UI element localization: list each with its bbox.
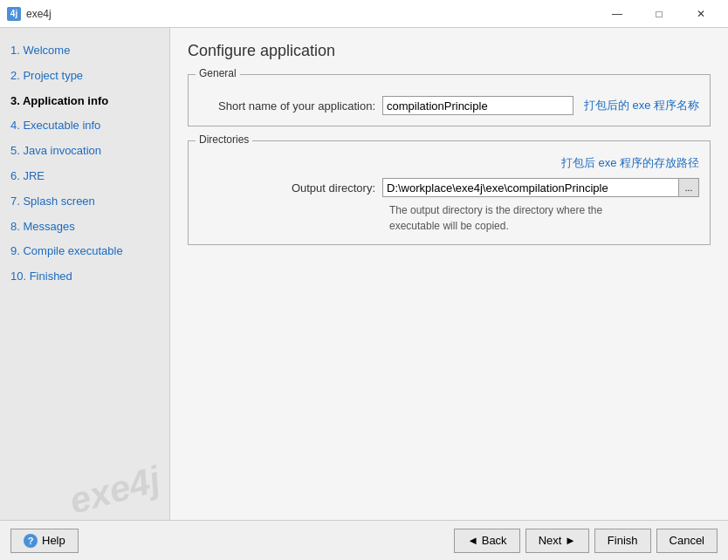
sidebar-watermark: exe4j [65, 458, 164, 520]
finish-button[interactable]: Finish [594, 529, 651, 553]
help-icon: ? [24, 534, 38, 548]
general-legend: General [196, 67, 240, 79]
cancel-button[interactable]: Cancel [656, 529, 718, 553]
footer: ? Help ◄ Back Next ► Finish Cancel [0, 520, 728, 560]
title-bar: 4j exe4j — □ ✕ [0, 0, 728, 28]
content-area: 1. Welcome2. Project type3. Application … [0, 28, 728, 520]
sidebar-item-application-info[interactable]: 3. Application info [0, 89, 169, 114]
output-dir-help-text: The output directory is the directory wh… [389, 202, 699, 234]
close-button[interactable]: ✕ [681, 0, 721, 28]
sidebar-item-splash-screen[interactable]: 7. Splash screen [0, 189, 169, 215]
short-name-input[interactable] [382, 96, 573, 115]
browse-button[interactable]: ... [678, 178, 699, 197]
output-dir-input-group: ... [382, 178, 699, 197]
window-controls: — □ ✕ [597, 0, 721, 28]
help-label: Help [42, 534, 65, 547]
sidebar-item-messages[interactable]: 8. Messages [0, 215, 169, 240]
general-group: General Short name of your application: … [188, 74, 711, 126]
main-window: 1. Welcome2. Project type3. Application … [0, 28, 728, 560]
output-dir-label: Output directory: [199, 181, 382, 195]
app-icon: 4j [7, 7, 21, 21]
output-dir-row: Output directory: ... [199, 178, 699, 197]
sidebar-item-jre[interactable]: 6. JRE [0, 164, 169, 189]
next-button[interactable]: Next ► [525, 529, 589, 553]
sidebar-item-finished[interactable]: 10. Finished [0, 264, 169, 290]
directories-legend: Directories [196, 133, 252, 146]
maximize-button[interactable]: □ [639, 0, 679, 28]
directories-group: Directories 打包后 exe 程序的存放路径 Output direc… [188, 140, 711, 245]
sidebar-item-java-invocation[interactable]: 5. Java invocation [0, 139, 169, 164]
sidebar-item-compile-executable[interactable]: 9. Compile executable [0, 239, 169, 264]
back-button[interactable]: ◄ Back [454, 529, 519, 553]
directories-annotation: 打包后 exe 程序的存放路径 [561, 155, 699, 171]
output-dir-input[interactable] [382, 178, 678, 197]
general-annotation: 打包后的 exe 程序名称 [584, 98, 699, 113]
help-button[interactable]: ? Help [10, 529, 79, 553]
minimize-button[interactable]: — [597, 0, 637, 28]
panel-title: Configure application [188, 42, 711, 60]
right-panel: Configure application General Short name… [170, 28, 728, 520]
sidebar-item-executable-info[interactable]: 4. Executable info [0, 113, 169, 139]
window-title: exe4j [26, 8, 597, 20]
sidebar-item-project-type[interactable]: 2. Project type [0, 64, 169, 89]
short-name-label: Short name of your application: [199, 99, 382, 113]
sidebar-item-welcome[interactable]: 1. Welcome [0, 38, 169, 64]
sidebar: 1. Welcome2. Project type3. Application … [0, 28, 170, 520]
short-name-row: Short name of your application: 打包后的 exe… [199, 96, 699, 115]
